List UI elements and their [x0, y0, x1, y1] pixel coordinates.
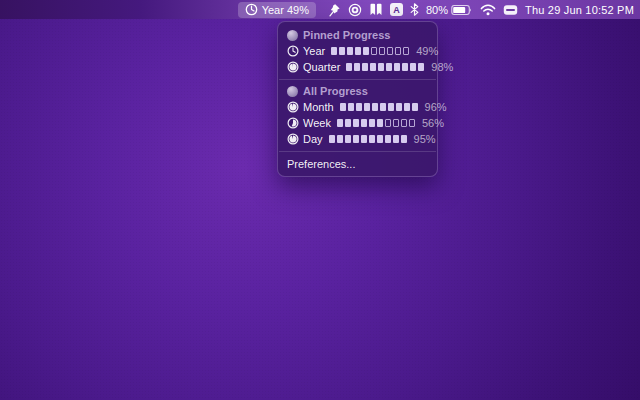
progress-block: [337, 119, 343, 127]
progress-pie-icon: [287, 61, 299, 73]
progress-block: [409, 119, 415, 127]
row-label: Week: [303, 117, 331, 129]
row-blocks: [340, 103, 418, 111]
flags-icon[interactable]: [369, 3, 383, 16]
row-label: Year: [303, 45, 325, 57]
progress-block: [371, 47, 377, 55]
input-source-icon[interactable]: A: [390, 3, 403, 16]
progress-row-menu-item[interactable]: Month 96%: [279, 99, 436, 115]
progress-block: [386, 63, 392, 71]
progress-block: [401, 135, 407, 143]
progress-block: [410, 63, 416, 71]
row-blocks: [337, 119, 415, 127]
progress-block: [402, 63, 408, 71]
progress-block: [395, 47, 401, 55]
progress-row-menu-item[interactable]: Day 95%: [279, 131, 436, 147]
battery-icon: [451, 4, 473, 16]
menubar-clock[interactable]: Thu 29 Jun 10:52 PM: [525, 4, 634, 16]
battery-percent-label: 80%: [426, 4, 448, 16]
progress-block: [353, 135, 359, 143]
progress-app-menu-item[interactable]: Year 49%: [238, 2, 316, 18]
progress-block: [356, 103, 362, 111]
row-percent: 95%: [414, 133, 436, 145]
progress-block: [345, 135, 351, 143]
sphere-icon: [287, 86, 298, 97]
progress-dropdown-menu: Pinned Progress Year 49% Quarter 98% All…: [277, 21, 438, 177]
menu-bar: Year 49% A 80%: [0, 0, 640, 19]
progress-block: [345, 119, 351, 127]
progress-block: [353, 119, 359, 127]
progress-row-menu-item[interactable]: Quarter 98%: [279, 59, 436, 75]
progress-block: [337, 135, 343, 143]
progress-block: [361, 135, 367, 143]
progress-block: [418, 63, 424, 71]
section-title: All Progress: [303, 85, 368, 97]
progress-block: [393, 135, 399, 143]
progress-pie-icon: [287, 101, 299, 113]
row-percent: 56%: [422, 117, 444, 129]
section-rows: Month 96% Week 56% Day 95%: [279, 99, 436, 147]
progress-block: [370, 63, 376, 71]
progress-block: [354, 63, 360, 71]
row-label: Day: [303, 133, 323, 145]
progress-block: [401, 119, 407, 127]
progress-block: [348, 103, 354, 111]
progress-block: [380, 103, 386, 111]
progress-block: [394, 63, 400, 71]
row-percent: 49%: [416, 45, 438, 57]
progress-pie-icon: [287, 45, 299, 57]
progress-block: [346, 63, 352, 71]
bluetooth-icon[interactable]: [410, 3, 419, 16]
progress-block: [412, 103, 418, 111]
row-label: Quarter: [303, 61, 340, 73]
progress-block: [331, 47, 337, 55]
progress-app-label: Year 49%: [262, 4, 309, 16]
target-circle-icon[interactable]: [348, 3, 362, 17]
dropdown-sections: Pinned Progress Year 49% Quarter 98% All…: [278, 24, 437, 152]
progress-block: [329, 135, 335, 143]
pin-icon[interactable]: [328, 3, 341, 17]
preferences-menu-item[interactable]: Preferences...: [278, 154, 437, 173]
row-blocks: [331, 47, 409, 55]
progress-block: [362, 63, 368, 71]
section-header: Pinned Progress: [279, 27, 436, 43]
year-clock-icon: [245, 3, 258, 16]
section-title: Pinned Progress: [303, 29, 390, 41]
dropdown-section: All Progress Month 96% Week 56% Day 95%: [279, 80, 436, 152]
progress-block: [378, 63, 384, 71]
progress-row-menu-item[interactable]: Year 49%: [279, 43, 436, 59]
input-source-label: A: [390, 3, 403, 16]
progress-pie-icon: [287, 117, 299, 129]
progress-block: [385, 119, 391, 127]
progress-block: [339, 47, 345, 55]
progress-block: [369, 135, 375, 143]
progress-block: [404, 103, 410, 111]
progress-block: [403, 47, 409, 55]
drive-icon[interactable]: [503, 4, 518, 16]
progress-block: [387, 47, 393, 55]
battery-item[interactable]: 80%: [426, 4, 473, 16]
progress-block: [379, 47, 385, 55]
progress-block: [396, 103, 402, 111]
progress-block: [377, 135, 383, 143]
progress-block: [369, 119, 375, 127]
section-rows: Year 49% Quarter 98%: [279, 43, 436, 75]
progress-block: [388, 103, 394, 111]
section-header: All Progress: [279, 83, 436, 99]
progress-block: [340, 103, 346, 111]
progress-pie-icon: [287, 133, 299, 145]
progress-block: [372, 103, 378, 111]
progress-block: [364, 103, 370, 111]
sphere-icon: [287, 30, 298, 41]
progress-block: [385, 135, 391, 143]
progress-block: [361, 119, 367, 127]
progress-row-menu-item[interactable]: Week 56%: [279, 115, 436, 131]
progress-block: [347, 47, 353, 55]
row-blocks: [346, 63, 424, 71]
progress-block: [355, 47, 361, 55]
progress-block: [377, 119, 383, 127]
row-blocks: [329, 135, 407, 143]
wifi-icon[interactable]: [480, 4, 496, 16]
row-percent: 98%: [431, 61, 453, 73]
dropdown-section: Pinned Progress Year 49% Quarter 98%: [279, 24, 436, 80]
